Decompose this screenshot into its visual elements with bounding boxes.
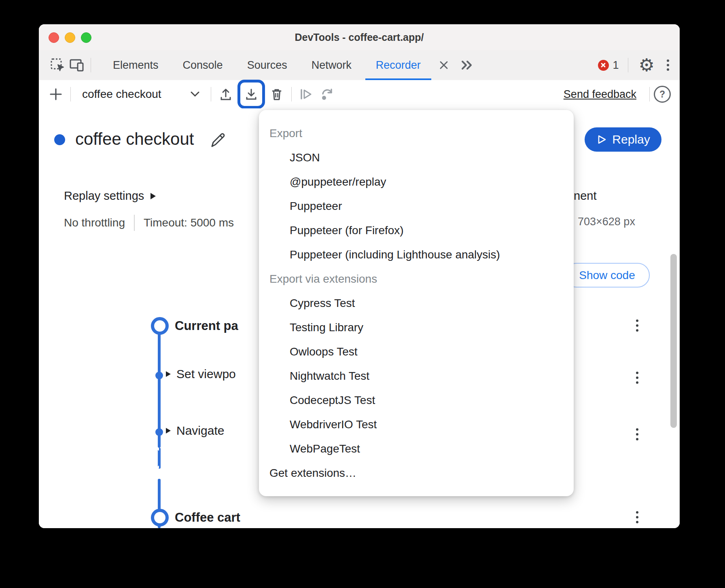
menu-item[interactable]: Puppeteer (for Firefox)	[259, 218, 574, 243]
tab-recorder[interactable]: Recorder	[364, 50, 433, 80]
menu-item[interactable]: Cypress Test	[259, 291, 574, 315]
toolbar-right: Send feedback ?	[564, 86, 680, 103]
error-badge-icon[interactable]	[598, 60, 609, 71]
export-menu: ExportJSON@puppeteer/replayPuppeteerPupp…	[259, 110, 574, 496]
replay-step-icon	[317, 83, 338, 106]
divider	[211, 87, 211, 102]
scrollbar-thumb[interactable]	[670, 254, 677, 428]
tab-sources[interactable]: Sources	[235, 50, 299, 80]
step-row[interactable]: Set viewpo	[166, 367, 236, 381]
replay-settings-toggle[interactable]: Replay settings	[64, 189, 156, 203]
devtools-tabbar: ElementsConsoleSourcesNetworkRecorder 1 …	[39, 50, 680, 80]
recording-dot-icon	[54, 134, 65, 145]
divider	[291, 87, 292, 102]
step-label: Set viewpo	[176, 367, 236, 381]
chevron-down-icon	[191, 91, 199, 97]
divider	[70, 87, 71, 102]
export-recording-highlight-ring	[237, 80, 265, 109]
timeline-step-circle[interactable]	[151, 509, 169, 527]
menu-section-header: Export via extensions	[259, 267, 574, 291]
panel-tabs: ElementsConsoleSourcesNetworkRecorder	[101, 50, 433, 80]
divider	[91, 58, 91, 72]
timeline-step-dot[interactable]	[155, 428, 163, 436]
step-options-icon[interactable]	[636, 319, 638, 332]
step-group-title[interactable]: Current pa	[175, 319, 238, 333]
menu-item[interactable]: Puppeteer	[259, 194, 574, 218]
send-feedback-link[interactable]: Send feedback	[564, 88, 636, 101]
error-count: 1	[613, 59, 619, 72]
customize-devtools-icon[interactable]	[667, 59, 669, 71]
edit-title-icon[interactable]	[209, 131, 227, 149]
step-row[interactable]: Navigate	[166, 424, 224, 438]
menu-item[interactable]: Puppeteer (including Lighthouse analysis…	[259, 243, 574, 267]
menu-item[interactable]: Nightwatch Test	[259, 364, 574, 388]
recording-select-value: coffee checkout	[82, 88, 161, 101]
menu-item[interactable]: CodeceptJS Test	[259, 388, 574, 412]
step-group-title[interactable]: Coffee cart	[175, 510, 240, 525]
replay-settings-label: Replay settings	[64, 189, 144, 203]
replay-button-label: Replay	[612, 133, 650, 146]
timeline-step-dot[interactable]	[155, 372, 163, 379]
tabbar-right: 1 ⚙	[598, 50, 680, 80]
export-recording-icon[interactable]	[243, 86, 259, 102]
help-icon[interactable]: ?	[654, 86, 671, 103]
throttling-value: No throttling	[64, 216, 125, 229]
step-label: Navigate	[176, 424, 224, 438]
replay-button[interactable]: Replay	[585, 127, 661, 152]
more-tabs-icon[interactable]	[455, 50, 479, 80]
expand-arrow-icon	[151, 193, 156, 199]
step-options-icon[interactable]	[636, 372, 638, 384]
delete-recording-icon[interactable]	[266, 83, 287, 106]
settings-gear-icon[interactable]: ⚙	[639, 56, 655, 74]
viewport-size: 703×628 px	[578, 216, 635, 228]
recording-select[interactable]: coffee checkout	[77, 88, 204, 101]
devtools-window: DevTools - coffee-cart.app/ ElementsCons…	[39, 24, 680, 528]
inspect-element-icon[interactable]	[48, 55, 67, 75]
device-toolbar-icon[interactable]	[67, 55, 87, 75]
recorder-toolbar: coffee checkout	[39, 80, 680, 109]
titlebar: DevTools - coffee-cart.app/	[39, 24, 680, 51]
divider	[628, 58, 628, 72]
add-recording-icon[interactable]	[45, 83, 66, 106]
resume-replay-icon	[296, 83, 317, 106]
tab-network[interactable]: Network	[299, 50, 364, 80]
menu-item[interactable]: JSON	[259, 146, 574, 170]
menu-item[interactable]: Testing Library	[259, 315, 574, 340]
menu-item[interactable]: WebdriverIO Test	[259, 412, 574, 437]
tabbar-left-icons	[39, 50, 95, 80]
tab-elements[interactable]: Elements	[101, 50, 171, 80]
play-icon	[596, 134, 607, 145]
divider	[649, 87, 650, 102]
timeline-line-dashed	[158, 448, 161, 469]
menu-item-get-extensions[interactable]: Get extensions…	[259, 461, 574, 485]
close-recorder-tab-icon[interactable]	[433, 50, 455, 80]
expand-arrow-icon	[166, 371, 171, 377]
menu-item[interactable]: @puppeteer/replay	[259, 170, 574, 194]
window-title: DevTools - coffee-cart.app/	[39, 24, 680, 50]
timeout-value: Timeout: 5000 ms	[144, 216, 234, 229]
menu-item[interactable]: Owloops Test	[259, 340, 574, 364]
replay-settings-summary: No throttling Timeout: 5000 ms	[64, 215, 234, 231]
step-options-icon[interactable]	[636, 428, 638, 440]
divider	[134, 215, 135, 231]
menu-item[interactable]: WebPageTest	[259, 437, 574, 461]
expand-arrow-icon	[166, 428, 171, 434]
step-options-icon[interactable]	[636, 511, 638, 523]
recording-title: coffee checkout	[75, 129, 194, 149]
environment-heading-fragment: nent	[574, 189, 596, 203]
menu-section-header: Export	[259, 121, 574, 146]
import-recording-icon[interactable]	[215, 83, 236, 106]
timeline-step-circle[interactable]	[151, 317, 169, 335]
show-code-button[interactable]: Show code	[564, 263, 650, 288]
tab-console[interactable]: Console	[171, 50, 235, 80]
